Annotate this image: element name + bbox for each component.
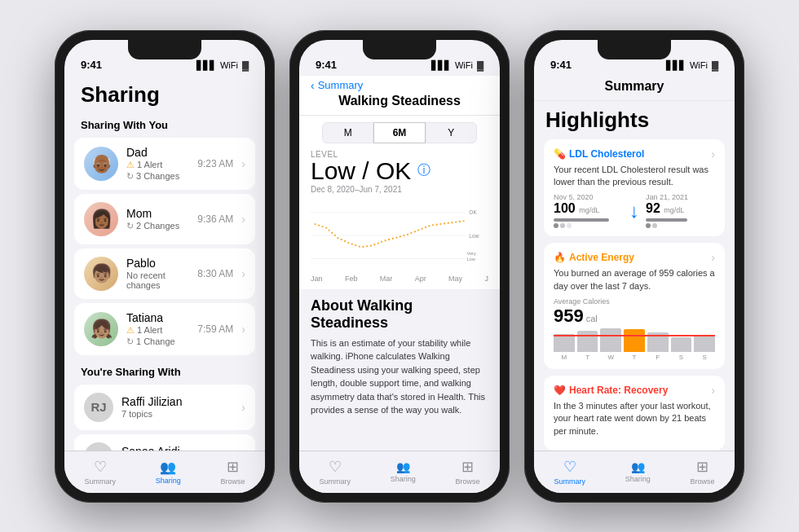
tab-summary-3[interactable]: ♡ Summary	[554, 458, 585, 486]
contact-card-dad[interactable]: 👴🏾 Dad ⚠ 1 Alert ↻ 3 Changes 9:23 AM	[74, 138, 255, 190]
contact-alert-tatiana: ⚠ 1 Alert	[126, 325, 189, 336]
time-btn-y[interactable]: Y	[426, 122, 477, 143]
wifi-icon-2: WiFi	[455, 60, 473, 70]
sharing-icon-2: 👥	[396, 460, 410, 473]
month-apr: Apr	[415, 275, 426, 283]
avatar-pablo: 👦🏽	[84, 257, 118, 291]
bar-day-t1: T	[585, 354, 589, 361]
bar-chart: M T W	[554, 328, 715, 361]
tab-summary-2[interactable]: ♡ Summary	[319, 458, 351, 486]
energy-chevron: ›	[711, 251, 715, 264]
walking-chart-svg: OK Low Very Low	[311, 199, 488, 272]
contact-changes-mom: ↻ 2 Changes	[126, 221, 189, 231]
avatar-raffi: RJ	[84, 393, 113, 422]
bar-fill-s1	[671, 337, 692, 352]
time-btn-m[interactable]: M	[322, 122, 373, 143]
avatar-tatiana: 👧🏽	[84, 312, 118, 346]
about-text: This is an estimate of your stability wh…	[311, 336, 488, 417]
bar-day-m1: M	[562, 354, 567, 361]
back-text[interactable]: Summary	[318, 79, 364, 91]
ldl-new-unit: mg/dL	[664, 206, 684, 214]
phone3-screen: 9:41 ▋▋▋ WiFi ▓ Summary Highlights 💊	[534, 40, 735, 493]
contact-info-dad: Dad ⚠ 1 Alert ↻ 3 Changes	[126, 146, 189, 182]
sharing-with-card-sanaa[interactable]: SA Sanaa Aridi 2 topics ›	[74, 434, 255, 451]
contact-card-pablo[interactable]: 👦🏽 Pablo No recent changes 8:30 AM ›	[74, 248, 255, 299]
back-arrow-icon[interactable]: ‹	[311, 79, 315, 92]
bar-w: W	[600, 328, 621, 361]
date-range: Dec 8, 2020–Jun 7, 2021	[311, 185, 488, 194]
bar-day-t2: T	[633, 354, 637, 361]
status-bar-2: 9:41 ▋▋▋ WiFi ▓	[299, 40, 500, 76]
energy-text: You burned an average of 959 calories a …	[554, 267, 715, 292]
about-title: About Walking Steadiness	[311, 297, 488, 332]
energy-category-text: Active Energy	[569, 252, 634, 263]
changes-text-tatiana: 1 Change	[136, 336, 175, 346]
ldl-card-header: 💊 LDL Cholesterol ›	[554, 147, 715, 160]
contact-name-dad: Dad	[126, 146, 189, 159]
tab-browse-1[interactable]: ⊞ Browse	[221, 458, 245, 486]
phone2-content: ‹ Summary Walking Steadiness M 6M Y LEVE…	[299, 76, 500, 451]
bar-chart-wrapper: M T W	[554, 328, 715, 361]
sharing-with-card-raffi[interactable]: RJ Raffi Jilizian 7 topics ›	[74, 385, 255, 430]
chevron-tatiana: ›	[241, 323, 245, 336]
bar-fill-s2	[694, 336, 715, 352]
status-bar-3: 9:41 ▋▋▋ WiFi ▓	[534, 40, 735, 76]
bar-fill-t1	[577, 331, 598, 352]
highlight-card-ldl[interactable]: 💊 LDL Cholesterol › Your recent LDL Chol…	[544, 139, 725, 237]
ldl-old-value: 100	[554, 201, 576, 215]
ldl-old: Nov 5, 2020 100 mg/dL	[554, 193, 623, 228]
info-icon[interactable]: ⓘ	[417, 162, 430, 179]
chevron-pablo: ›	[241, 267, 245, 280]
svg-text:Low: Low	[466, 257, 475, 262]
changes-text-pablo: No recent changes	[126, 270, 189, 290]
tab-sharing-3[interactable]: 👥 Sharing	[625, 460, 651, 483]
topics-raffi: 7 topics	[121, 409, 233, 419]
highlight-card-heart[interactable]: ❤️ Heart Rate: Recovery › In the 3 minut…	[544, 376, 725, 450]
sharing-label-3: Sharing	[625, 475, 651, 483]
contact-info-pablo: Pablo No recent changes	[126, 257, 189, 290]
browse-icon-1: ⊞	[227, 458, 239, 476]
tab-sharing-1[interactable]: 👥 Sharing	[156, 459, 181, 485]
contact-time-mom: 9:36 AM	[197, 213, 233, 225]
bar-m1: M	[554, 328, 575, 361]
status-time-1: 9:41	[81, 59, 102, 71]
energy-card-header: 🔥 Active Energy ›	[554, 251, 715, 264]
bar-s2: S	[694, 328, 715, 361]
cal-value-row: 959 cal	[554, 306, 715, 327]
time-btn-6m[interactable]: 6M	[373, 122, 425, 143]
chevron-mom: ›	[241, 213, 245, 226]
chevron-raffi: ›	[241, 401, 245, 414]
ldl-comparison: Nov 5, 2020 100 mg/dL	[554, 193, 715, 228]
ldl-old-date: Nov 5, 2020	[554, 193, 623, 201]
status-bar-1: 9:41 ▋▋▋ WiFi ▓	[64, 40, 265, 76]
tab-browse-3[interactable]: ⊞ Browse	[691, 458, 715, 486]
cal-number: 959	[554, 306, 584, 327]
tab-summary-1[interactable]: ♡ Summary	[84, 458, 116, 486]
tab-browse-2[interactable]: ⊞ Browse	[456, 458, 480, 486]
bar-day-s2: S	[703, 354, 707, 361]
browse-icon-2: ⊞	[461, 458, 474, 476]
bar-t1: T	[577, 328, 598, 361]
chart-section: LEVEL Low / OK ⓘ Dec 8, 2020–Jun 7, 2021	[299, 143, 500, 289]
highlight-card-energy[interactable]: 🔥 Active Energy › You burned an average …	[544, 243, 725, 369]
summary-label-2: Summary	[319, 477, 351, 486]
ldl-new-date: Jan 21, 2021	[646, 193, 715, 201]
energy-category: 🔥 Active Energy	[554, 252, 634, 263]
heart-card-header: ❤️ Heart Rate: Recovery ›	[554, 384, 715, 397]
battery-icon: ▓	[242, 60, 249, 70]
bar-day-s1: S	[679, 354, 683, 361]
battery-icon-2: ▓	[477, 60, 483, 70]
contact-card-tatiana[interactable]: 👧🏽 Tatiana ⚠ 1 Alert ↻ 1 Change 7:59 AM	[74, 303, 255, 355]
ldl-new: Jan 21, 2021 92 mg/dL	[646, 193, 715, 228]
month-may: May	[448, 275, 462, 283]
month-mar: Mar	[380, 275, 393, 283]
contact-changes-dad: ↻ 3 Changes	[126, 171, 189, 182]
name-raffi: Raffi Jilizian	[121, 395, 233, 408]
back-nav: ‹ Summary	[311, 79, 488, 92]
bar-t2: T	[624, 328, 645, 361]
contact-changes-tatiana: ↻ 1 Change	[126, 336, 189, 347]
tab-sharing-2[interactable]: 👥 Sharing	[391, 460, 416, 483]
summary-label-3: Summary	[554, 477, 585, 486]
contact-card-mom[interactable]: 👩🏾 Mom ↻ 2 Changes 9:36 AM ›	[74, 194, 255, 244]
reference-line	[554, 335, 715, 336]
